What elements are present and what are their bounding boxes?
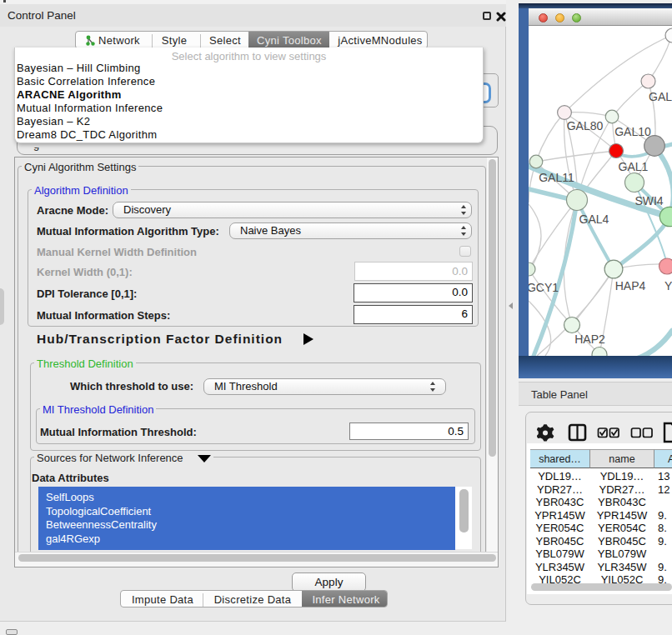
svg-text:SWI4: SWI4	[634, 194, 663, 208]
svg-text:GAL1: GAL1	[619, 160, 649, 173]
svg-text:GAL: GAL	[649, 90, 672, 103]
svg-text:GCY1: GCY1	[529, 281, 559, 294]
svg-text:Y: Y	[664, 279, 672, 292]
svg-text:HAP4: HAP4	[615, 279, 646, 292]
svg-text:GAL11: GAL11	[539, 171, 574, 184]
svg-text:HAP2: HAP2	[574, 332, 605, 346]
svg-text:GAL4: GAL4	[579, 212, 609, 226]
svg-text:GAL80: GAL80	[567, 119, 604, 132]
svg-text:GAL10: GAL10	[614, 125, 651, 138]
